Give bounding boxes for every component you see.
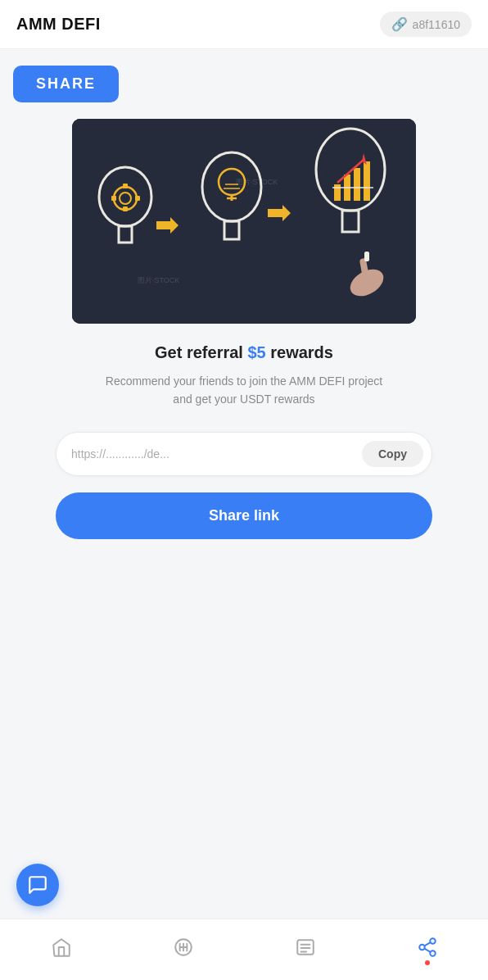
link-icon: 🔗 (391, 16, 408, 32)
list-icon (295, 937, 316, 958)
nav-item-transfer[interactable] (159, 928, 208, 967)
chat-icon (27, 874, 48, 896)
copy-button[interactable]: Copy (362, 441, 423, 467)
svg-rect-7 (123, 206, 128, 211)
header-id-text: a8f11610 (413, 18, 460, 31)
url-row: https://............/de... Copy (56, 432, 432, 476)
referral-description: Recommend your friends to join the AMM D… (97, 372, 391, 409)
nav-item-list[interactable] (281, 928, 330, 967)
svg-rect-24 (364, 161, 370, 201)
share-button[interactable]: SHARE (13, 66, 119, 102)
svg-point-41 (430, 938, 436, 944)
svg-rect-9 (111, 196, 116, 201)
svg-point-43 (430, 951, 436, 956)
nav-item-home[interactable] (37, 928, 86, 967)
svg-rect-29 (364, 252, 369, 261)
share-link-button[interactable]: Share link (56, 492, 432, 539)
home-icon (51, 937, 72, 958)
svg-rect-21 (334, 184, 341, 201)
svg-rect-23 (354, 168, 360, 201)
nav-active-dot (425, 960, 430, 965)
transfer-icon (173, 937, 194, 958)
referral-heading: Get referral $5 rewards (155, 343, 333, 362)
share-nav-icon (417, 937, 438, 958)
bottom-nav (0, 919, 488, 980)
url-display-text: https://............/de... (71, 447, 355, 461)
app-title: AMM DEFI (16, 15, 101, 34)
main-content: SHARE (0, 49, 488, 919)
header-id-pill: 🔗 a8f11610 (380, 11, 472, 37)
svg-line-44 (424, 949, 430, 952)
chat-fab[interactable] (16, 864, 59, 906)
svg-rect-8 (135, 196, 140, 201)
svg-text:图片·STOCK: 图片·STOCK (236, 178, 278, 186)
svg-text:图片·STOCK: 图片·STOCK (138, 276, 179, 284)
referral-heading-highlight: $5 (247, 343, 265, 361)
svg-rect-6 (123, 184, 128, 188)
svg-line-45 (424, 942, 430, 946)
nav-item-share[interactable] (403, 928, 452, 967)
referral-heading-prefix: Get referral (155, 343, 247, 361)
header: AMM DEFI 🔗 a8f11610 (0, 0, 488, 49)
hero-image: 图片·STOCK 图片·STOCK (72, 119, 416, 324)
referral-heading-suffix: rewards (266, 343, 333, 361)
svg-point-42 (419, 945, 425, 951)
